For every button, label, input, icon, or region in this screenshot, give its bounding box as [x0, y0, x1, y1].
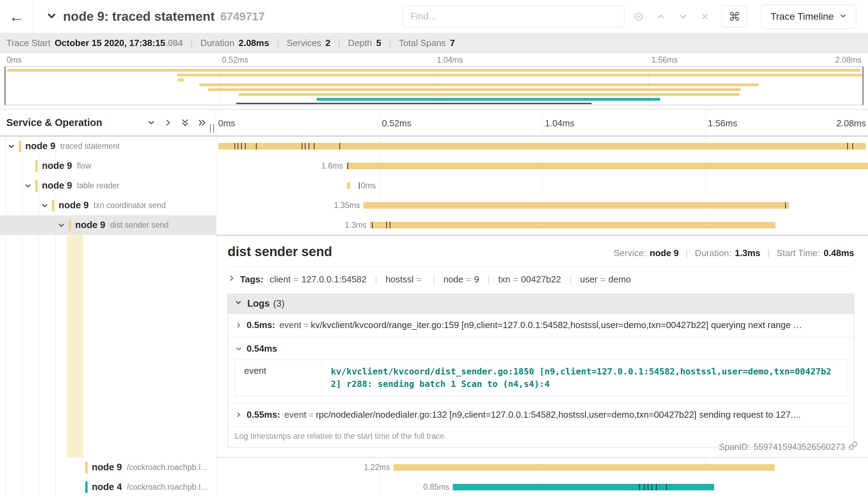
- log-marker-tick: [648, 484, 648, 490]
- tag-key: node: [443, 274, 463, 285]
- span-name-cell[interactable]: node 9/cockroach.roachpb.I...: [0, 458, 216, 477]
- span-expander-icon[interactable]: [39, 201, 50, 210]
- back-button[interactable]: ←: [0, 0, 33, 33]
- span-row[interactable]: node 9txn coordinator send1.35ms: [0, 196, 868, 215]
- span-duration-bar[interactable]: [453, 484, 714, 490]
- service-color-bar: [69, 219, 71, 231]
- next-match-icon[interactable]: [678, 11, 688, 22]
- span-row[interactable]: node 9dist sender send1.3ms: [0, 215, 868, 235]
- minimap-span-bar: [208, 88, 741, 91]
- service-operation-header: Service & Operation: [6, 117, 102, 128]
- span-bar-track[interactable]: 1.22ms: [216, 458, 868, 477]
- tick-label: 0ms: [7, 55, 21, 65]
- separator: |: [685, 248, 688, 259]
- log-entry-toggle[interactable]: 0.55ms:event=rpc/nodedialer/nodedialer.g…: [235, 409, 847, 420]
- span-duration-label: 1.35ms: [334, 196, 360, 215]
- span-bar-track[interactable]: 1.35ms: [216, 196, 868, 215]
- meta-value: node 9: [650, 248, 679, 259]
- find-match-controls: [634, 11, 710, 22]
- span-detail-meta: Service:node 9|Duration:1.3ms|Start Time…: [614, 248, 854, 259]
- prev-match-icon[interactable]: [656, 11, 666, 22]
- span-duration-bar[interactable]: [346, 163, 868, 169]
- log-marker-tick: [347, 163, 348, 169]
- span-bar-track[interactable]: 0ms: [216, 176, 868, 196]
- minimap-canvas[interactable]: [5, 66, 863, 105]
- span-name-cell[interactable]: node 9table reader: [0, 176, 216, 196]
- tags-accordion[interactable]: Tags: client=127.0.0.1:54582|hostssl=|no…: [228, 274, 854, 285]
- span-duration-label: 0ms: [361, 176, 376, 196]
- separator: |: [338, 38, 340, 48]
- service-name: node 9: [42, 180, 72, 191]
- service-name: node 9: [59, 200, 89, 211]
- span-bar-track[interactable]: 1.6ms: [216, 156, 868, 176]
- log-entry-toggle[interactable]: 0.5ms:event=kv/kvclient/kvcoord/range_it…: [235, 320, 847, 331]
- separator: |: [487, 274, 490, 285]
- span-duration-bar[interactable]: [363, 202, 789, 209]
- span-detail-row: dist sender send Service:node 9|Duration…: [0, 235, 868, 458]
- link-icon[interactable]: [849, 441, 858, 452]
- span-row[interactable]: node 9table reader0ms: [0, 176, 868, 196]
- collapse-all-icon[interactable]: [180, 118, 190, 127]
- find-input[interactable]: [403, 6, 625, 27]
- span-row[interactable]: node 9/cockroach.roachpb.I...1.22ms: [0, 458, 868, 477]
- log-marker-tick: [359, 182, 360, 189]
- trace-view-selector[interactable]: Trace Timeline: [761, 4, 856, 29]
- span-expander-icon[interactable]: [6, 142, 17, 151]
- tag-value: demo: [608, 274, 631, 285]
- log-marker-tick: [372, 222, 373, 228]
- clear-search-icon[interactable]: [700, 12, 710, 21]
- ruler-gridline: [379, 110, 380, 136]
- service-color-bar: [35, 160, 38, 172]
- span-name-cell[interactable]: node 4/cockroach.roachpb.I...: [0, 477, 216, 497]
- tick-label: 1.04ms: [545, 118, 574, 129]
- service-name: node 9: [92, 462, 122, 473]
- focus-match-icon[interactable]: [634, 11, 644, 22]
- span-id-row: SpanID: 5597415943526560273: [719, 441, 858, 452]
- span-row[interactable]: node 4/cockroach.roachpb.I...0.85ms: [0, 477, 868, 497]
- tags-label: Tags:: [240, 274, 263, 285]
- span-duration-bar[interactable]: [370, 222, 776, 228]
- span-expander-icon[interactable]: [56, 221, 67, 229]
- expand-one-icon[interactable]: [163, 118, 173, 127]
- trace-page-header: ← node 9: traced statement 6749717 ⌘ Tra…: [0, 0, 868, 33]
- span-name-cell[interactable]: node 9flow: [0, 156, 216, 176]
- log-marker-tick: [386, 222, 387, 228]
- span-bar-track[interactable]: 1.3ms: [216, 215, 868, 235]
- expand-all-icon[interactable]: [197, 118, 207, 127]
- span-id-value: 5597415943526560273: [754, 442, 845, 452]
- trace-collapse-toggle[interactable]: [46, 10, 57, 23]
- log-marker-tick: [847, 143, 848, 150]
- span-bar-track[interactable]: 0.85ms: [216, 477, 868, 497]
- span-row[interactable]: node 9traced statement: [0, 136, 868, 156]
- meta-label: Start Time:: [777, 248, 820, 259]
- minimap-viewport-indicator[interactable]: [236, 103, 592, 104]
- span-name-cell[interactable]: node 9traced statement: [0, 136, 216, 156]
- span-duration-bar[interactable]: [218, 143, 866, 150]
- span-bar-track[interactable]: [216, 136, 868, 156]
- column-resizer[interactable]: [210, 124, 214, 133]
- service-operation-header-cell: Service & Operation: [0, 110, 216, 136]
- logs-accordion: Logs (3) 0.5ms:event=kv/kvclient/kvcoord…: [228, 294, 854, 447]
- summary-value: 5: [376, 38, 381, 48]
- log-entry-toggle[interactable]: 0.54ms: [235, 343, 847, 354]
- span-name-cell[interactable]: node 9dist sender send: [0, 215, 216, 235]
- separator: |: [191, 38, 193, 48]
- collapse-one-icon[interactable]: [147, 118, 156, 127]
- chevron-right-icon: [228, 274, 236, 285]
- log-marker-tick: [339, 143, 340, 150]
- log-entries: 0.5ms:event=kv/kvclient/kvcoord/range_it…: [228, 314, 854, 427]
- operation-name: /cockroach.roachpb.I...: [127, 482, 207, 492]
- logs-header[interactable]: Logs (3): [228, 294, 854, 314]
- log-marker-tick: [234, 143, 235, 150]
- span-name-cell[interactable]: node 9txn coordinator send: [0, 196, 216, 215]
- log-marker-tick: [302, 143, 302, 150]
- span-row[interactable]: node 9flow1.6ms: [0, 156, 868, 176]
- minimap-span-bar: [239, 93, 740, 96]
- span-duration-bar[interactable]: [393, 464, 775, 471]
- trace-summary-bar: Trace StartOctober 15 2020, 17:38:15.084…: [0, 33, 868, 53]
- ruler-gridline: [705, 110, 706, 136]
- span-duration-bar[interactable]: [347, 182, 350, 189]
- keyboard-shortcuts-button[interactable]: ⌘: [721, 6, 747, 28]
- span-duration-label: 1.22ms: [364, 458, 390, 477]
- span-expander-icon[interactable]: [23, 182, 33, 190]
